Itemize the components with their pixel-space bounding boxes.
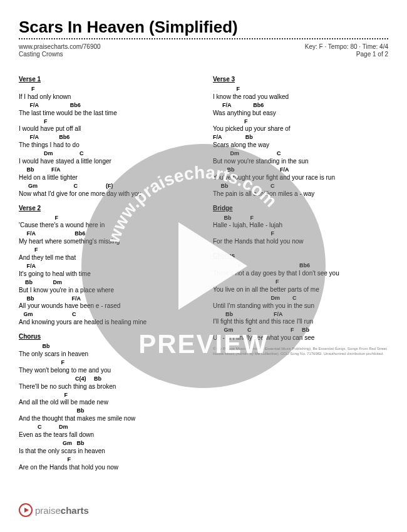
- lyric-line: My heart where something's missing: [19, 237, 194, 245]
- section-head: Verse 1: [19, 75, 194, 84]
- meta-row-2: Casting Crowns Page 1 of 2: [19, 51, 388, 58]
- lyric-line: Are on the Hands that hold you now: [19, 463, 194, 471]
- chord-line: F/A Bb: [213, 134, 388, 141]
- lyric-line: And the thought that makes me smile now: [19, 414, 194, 422]
- chord-line: Bb F/A: [213, 166, 388, 173]
- lyric-line: All your wounds have been e - rased: [19, 302, 194, 310]
- lyric-line: Scars along the way: [213, 141, 388, 149]
- lyric-line: Halle - lujah, Halle - lujah: [213, 221, 388, 229]
- logo-play-icon: [24, 508, 29, 513]
- chord-line: Gm C F Bb: [213, 327, 388, 334]
- section-head: Chorus: [19, 332, 194, 341]
- lyric-line: You've fought your fight and your race i…: [213, 173, 388, 182]
- chord-line: F: [213, 230, 388, 237]
- lyric-line: Was anything but easy: [213, 109, 388, 117]
- lyric-line: And knowing yours are healed is healing …: [19, 318, 194, 326]
- lyric-line: They won't belong to me and you: [19, 366, 194, 374]
- lyric-line: And all the old will be made new: [19, 398, 194, 406]
- lyric-line: You live on in all the better parts of m…: [213, 285, 388, 294]
- chord-line: Bb F/A: [19, 166, 194, 173]
- lyric-line: Now what I'd give for one more day with …: [19, 190, 194, 198]
- footer-logo: praisecharts: [19, 503, 89, 517]
- chord-line: Bb F: [213, 215, 388, 222]
- chord-line: F: [19, 215, 194, 222]
- chord-line: F: [19, 118, 194, 125]
- lyric-line: But I know you're in a place where: [19, 286, 194, 294]
- column-right: Verse 3 FI know the road you walked F/A …: [213, 69, 388, 473]
- chord-line: Bb: [19, 343, 194, 350]
- chord-line: Bb F/A: [213, 311, 388, 318]
- chord-line: F: [213, 86, 388, 93]
- meta-url: www.praisecharts.com/76900: [19, 43, 101, 50]
- meta-info: Key: F · Tempo: 80 · Time: 4/4: [305, 43, 388, 50]
- lyric-line: I would have stayed a little longer: [19, 157, 194, 165]
- chord-line: F: [19, 359, 194, 366]
- chord-line: F/A Bb6: [19, 134, 194, 141]
- section-head: Chorus: [213, 252, 388, 260]
- lyric-line: And they tell me that: [19, 253, 194, 262]
- chord-line: Bb: [19, 407, 194, 414]
- lyric-line: There'll be no such thing as broken: [19, 382, 194, 391]
- chord-line: C Dm: [19, 424, 194, 431]
- chord-line: C(4) Bb: [19, 376, 194, 382]
- lyric-line: You picked up your share of: [213, 125, 388, 133]
- lyric-line: I know the road you walked: [213, 93, 388, 101]
- divider: [19, 38, 388, 39]
- lyric-line: The things I had to do: [19, 141, 194, 149]
- copyright: © My Refuge Music (Admin. at Essential M…: [213, 347, 388, 357]
- lyric-line: But now you're standing in the sun: [213, 157, 388, 165]
- chord-line: Gm C (F): [19, 183, 194, 190]
- lyric-line: The pain is all a million miles a - way: [213, 190, 388, 198]
- chord-line: Dm C: [19, 150, 194, 157]
- chord-line: F: [19, 392, 194, 399]
- lyric-line: I would have put off all: [19, 125, 194, 133]
- section-head: Verse 2: [19, 204, 194, 213]
- chord-line: Gm C: [19, 311, 194, 318]
- chord-line: Gm Bb: [19, 440, 194, 447]
- chord-line: F: [19, 456, 194, 463]
- lyric-line: It's going to heal with time: [19, 270, 194, 278]
- chord-line: F/A: [19, 263, 194, 270]
- chord-line: F: [213, 279, 388, 285]
- footer-brand-2: charts: [61, 505, 89, 516]
- lyric-line: Un - til I finally see what you can see: [213, 334, 388, 342]
- chord-line: Dm C: [213, 150, 388, 157]
- footer-brand-1: praise: [35, 505, 61, 516]
- chord-line: Bb F/A: [19, 295, 194, 302]
- meta-row-1: www.praisecharts.com/76900 Key: F · Temp…: [19, 43, 388, 50]
- lyric-line: Held on a little tighter: [19, 173, 194, 182]
- lyric-line: If I had only known: [19, 93, 194, 101]
- chord-line: Dm C: [213, 295, 388, 302]
- lyric-line: Until I'm standing with you in the sun: [213, 302, 388, 310]
- chord-line: Bb Dm: [19, 279, 194, 286]
- column-left: Verse 1 FIf I had only known F/A Bb6The …: [19, 69, 194, 473]
- lyric-line: 'Cause there's a wound here in: [19, 221, 194, 229]
- lyric-line: I'll fight this fight and this race I'll…: [213, 317, 388, 325]
- section-head: Verse 3: [213, 75, 388, 84]
- lyric-line: Is that the only scars in heaven: [19, 447, 194, 455]
- lyric-line: There's not a day goes by that I don't s…: [213, 269, 388, 277]
- section-head: Bridge: [213, 204, 388, 213]
- chord-line: F Bb6: [213, 262, 388, 269]
- chord-line: F/A Bb6: [19, 102, 194, 109]
- meta-page: Page 1 of 2: [356, 51, 388, 58]
- chord-line: F: [19, 247, 194, 253]
- page-title: Scars In Heaven (Simplified): [19, 18, 388, 37]
- lyric-line: The only scars in heaven: [19, 350, 194, 358]
- lyric-line: For the Hands that hold you now: [213, 237, 388, 245]
- chord-line: Bb C: [213, 183, 388, 190]
- chord-line: F/A Bb6: [213, 102, 388, 109]
- chord-line: F: [213, 118, 388, 125]
- logo-circle-icon: [19, 503, 33, 517]
- chord-line: F/A Bb6: [19, 230, 194, 237]
- lyric-line: The last time would be the last time: [19, 109, 194, 117]
- chord-line: F: [19, 86, 194, 93]
- meta-artist: Casting Crowns: [19, 51, 63, 58]
- lyric-line: Even as the tears fall down: [19, 431, 194, 439]
